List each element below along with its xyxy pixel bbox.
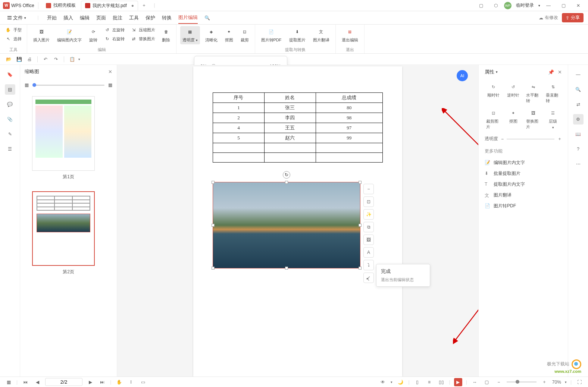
assistant-badge-icon[interactable]: AI xyxy=(457,70,468,81)
fullscreen-icon[interactable]: ⛶ xyxy=(575,378,584,386)
hand-tool[interactable]: ✋手型 xyxy=(4,26,23,34)
login-label[interactable]: 临时登录 xyxy=(516,2,534,9)
exit-edit-button[interactable]: ⊠退出编辑 xyxy=(340,26,360,44)
thumbnail-icon[interactable]: ▤ xyxy=(5,84,15,95)
bookmark-icon[interactable]: 🔖 xyxy=(5,69,15,80)
opacity-plus[interactable]: ＋ xyxy=(557,136,562,142)
thumb-grid-icon[interactable]: ▦ xyxy=(25,82,29,88)
last-page-icon[interactable]: ⏭ xyxy=(98,378,106,386)
resize-handle[interactable] xyxy=(212,224,215,227)
right-more-icon[interactable]: ⋯ xyxy=(573,159,584,169)
flip-v-button[interactable]: ⇅垂直翻转 xyxy=(544,81,562,105)
right-search-icon[interactable]: 🔍 xyxy=(573,84,584,95)
zoom-in-icon[interactable]: ＋ xyxy=(540,378,548,386)
pin-icon[interactable]: 📌 xyxy=(548,69,554,75)
menu-page[interactable]: 页面 xyxy=(96,12,106,23)
rotate-ccw-button[interactable]: ↺逆时针 xyxy=(504,81,522,105)
resize-handle[interactable] xyxy=(285,181,288,184)
float-zoom-out-icon[interactable]: − xyxy=(363,184,374,194)
right-settings-icon[interactable]: ⚙ xyxy=(573,114,584,125)
rotate-handle-icon[interactable]: ↻ xyxy=(283,171,290,179)
minimize-button[interactable]: — xyxy=(542,0,555,11)
thumb-page-1[interactable]: 第1页 xyxy=(32,96,105,180)
thumb-expand-icon[interactable]: ▦ xyxy=(108,82,112,88)
status-grid-icon[interactable]: ▦ xyxy=(4,378,13,386)
resize-handle[interactable] xyxy=(359,224,362,227)
delete-button[interactable]: 🗑删除 xyxy=(160,26,172,44)
selected-image[interactable]: ↻ xyxy=(213,182,360,268)
rotate-right-button[interactable]: ↻右旋转 xyxy=(103,35,126,43)
insert-image-button[interactable]: 🖼插入图片 xyxy=(31,26,52,44)
file-menu[interactable]: 文件 ▾ xyxy=(4,13,29,23)
translate-image-button[interactable]: 文图片翻译 xyxy=(311,26,332,44)
fit-width-icon[interactable]: ↔ xyxy=(471,378,479,386)
resize-handle[interactable] xyxy=(212,267,215,270)
fit-page-icon[interactable]: ▢ xyxy=(483,378,491,386)
more-edit-text[interactable]: 📝编辑图片内文字 xyxy=(485,157,562,168)
hand-mode-icon[interactable]: ✋ xyxy=(115,378,123,386)
undo-icon[interactable]: ↶ xyxy=(41,55,50,63)
print-icon[interactable]: 🖨 xyxy=(25,55,34,63)
float-magic-icon[interactable]: ✨ xyxy=(363,209,374,220)
float-text-icon[interactable]: A xyxy=(363,247,374,258)
menu-annotate[interactable]: 批注 xyxy=(113,12,122,23)
cube-icon[interactable]: ⬡ xyxy=(489,0,503,11)
right-help-icon[interactable]: ? xyxy=(573,144,584,154)
resize-handle[interactable] xyxy=(212,181,215,184)
thumb-page-2[interactable]: 第2页 xyxy=(32,191,105,275)
prev-page-icon[interactable]: ◀ xyxy=(33,378,41,386)
prop-layer-button[interactable]: ☰层级▾ xyxy=(544,107,562,131)
menu-protect[interactable]: 保护 xyxy=(146,12,155,23)
float-copy-icon[interactable]: ⧉ xyxy=(363,222,374,232)
add-tab-button[interactable]: ＋ xyxy=(140,1,148,10)
search-icon[interactable]: 🔍 xyxy=(204,15,210,21)
zoom-out-icon[interactable]: − xyxy=(495,378,503,386)
page-input[interactable] xyxy=(45,378,82,386)
compress-button[interactable]: ⇲压缩图片 xyxy=(129,26,157,34)
replace-image-button[interactable]: ⇄替换图片 xyxy=(129,35,157,43)
attachment-icon[interactable]: 📎 xyxy=(5,114,15,125)
resize-handle[interactable] xyxy=(359,267,362,270)
extract-image-button[interactable]: ⬇提取图片 xyxy=(287,26,308,44)
view-continuous-icon[interactable]: ≡ xyxy=(425,378,434,386)
save-icon[interactable]: 💾 xyxy=(15,55,23,63)
menu-insert[interactable]: 插入 xyxy=(63,12,73,23)
menu-edit[interactable]: 编辑 xyxy=(80,12,90,23)
maximize-button[interactable]: ▢ xyxy=(557,0,570,11)
float-image-icon[interactable]: 🖼 xyxy=(363,235,374,245)
rotate-cw-button[interactable]: ↻顺时针 xyxy=(485,81,502,105)
redo-icon[interactable]: ↷ xyxy=(52,55,60,63)
clipboard-icon[interactable]: 📋 xyxy=(68,55,76,63)
next-page-icon[interactable]: ▶ xyxy=(86,378,94,386)
pen-icon[interactable]: ✎ xyxy=(5,129,15,139)
resize-handle[interactable] xyxy=(359,181,362,184)
tab-template[interactable]: 找稻壳模板 xyxy=(42,1,79,10)
menu-start[interactable]: 开始 xyxy=(47,12,57,23)
menu-convert[interactable]: 转换 xyxy=(162,12,172,23)
close-panel-icon[interactable]: ✕ xyxy=(108,69,112,75)
layers-icon[interactable]: ☰ xyxy=(5,144,15,154)
layout-icon[interactable]: ▢ xyxy=(474,0,488,11)
more-extract-text[interactable]: T提取图片内文字 xyxy=(485,179,562,190)
share-button[interactable]: ⇪ 分享 xyxy=(562,13,584,22)
zoom-slider[interactable] xyxy=(507,381,537,383)
thumb-zoom-slider[interactable] xyxy=(32,85,104,86)
crop-button[interactable]: ⊡裁剪 xyxy=(238,26,251,44)
page-mode-icon[interactable]: ▭ xyxy=(139,378,147,386)
img-to-pdf-button[interactable]: 📄图片转PDF xyxy=(259,26,284,44)
float-done-icon[interactable]: ✓↖ xyxy=(363,273,374,283)
more-translate[interactable]: 文图片翻译 xyxy=(485,190,562,201)
moon-icon[interactable]: 🌙 xyxy=(396,378,404,386)
rotate-left-button[interactable]: ↺左旋转 xyxy=(103,26,126,34)
login-caret-icon[interactable]: ▾ xyxy=(538,4,540,7)
opacity-minus[interactable]: − xyxy=(501,136,504,142)
flip-h-button[interactable]: ⇋水平翻转 xyxy=(525,81,542,105)
view-double-icon[interactable]: ▯▯ xyxy=(437,378,445,386)
opacity-slider-prop[interactable] xyxy=(507,139,554,139)
eye-icon[interactable]: 👁 xyxy=(379,378,387,386)
comment-icon[interactable]: 💬 xyxy=(5,99,15,110)
float-crop-icon[interactable]: ⊡ xyxy=(363,196,374,207)
opacity-button[interactable]: ▦透明度 ▾ xyxy=(180,26,200,44)
first-page-icon[interactable]: ⏮ xyxy=(21,378,29,386)
close-button[interactable]: ✕ xyxy=(572,0,585,11)
